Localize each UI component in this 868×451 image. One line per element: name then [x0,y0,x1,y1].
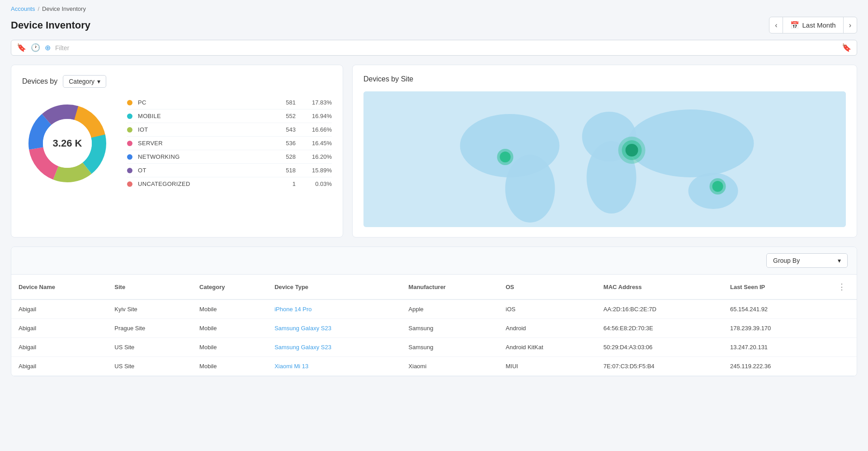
legend-dot [127,181,132,187]
legend-count: 536 [269,140,296,147]
col-ip: Last Seen IP [723,275,827,299]
cell-category: Mobile [192,338,267,357]
cell-manufacturer: Samsung [401,338,499,357]
cell-mac: 50:29:D4:A3:03:06 [596,338,723,357]
cell-ip: 65.154.241.92 [723,299,827,319]
legend-name: PC [138,99,269,106]
cell-manufacturer: Xiaomi [401,357,499,376]
filter-save-button[interactable]: 🔖 [842,43,851,52]
filter-placeholder[interactable]: Filter [55,44,837,52]
legend-dot [127,154,132,160]
legend-row: SERVER 536 16.45% [127,137,332,150]
cell-device-type[interactable]: Samsung Galaxy S23 [267,319,401,338]
legend-dot [127,141,132,146]
cell-device-type[interactable]: Xiaomi Mi 13 [267,357,401,376]
legend-row: NETWORKING 528 16.20% [127,150,332,164]
svg-point-12 [627,109,754,177]
breadcrumb-separator: / [38,5,39,12]
legend-count: 1 [269,180,296,187]
legend-pct: 16.94% [305,113,332,119]
donut-legend-row: 3.26 K PC 581 17.83% MOBILE 552 16.94% I… [22,96,332,190]
legend-pct: 16.45% [305,140,332,147]
charts-row: Devices by Category ▾ [11,65,857,237]
table-row[interactable]: Abigail Prague Site Mobile Samsung Galax… [11,319,857,338]
cell-site: US Site [107,357,192,376]
legend-count: 518 [269,167,296,174]
svg-point-18 [626,144,638,157]
group-by-dropdown[interactable]: Group By ▾ [766,253,848,268]
bookmark-button[interactable]: 🔖 [17,43,26,52]
svg-point-15 [500,152,511,162]
col-manufacturer: Manufacturer [401,275,499,299]
cell-ip: 245.119.222.36 [723,357,827,376]
col-os: OS [499,275,596,299]
cell-os: iOS [499,299,596,319]
legend-row: MOBILE 552 16.94% [127,109,332,123]
legend-dot [127,127,132,133]
table-row[interactable]: Abigail US Site Mobile Samsung Galaxy S2… [11,338,857,357]
col-site: Site [107,275,192,299]
legend-row: IOT 543 16.66% [127,123,332,137]
legend-pct: 16.20% [305,153,332,160]
category-dropdown[interactable]: Category ▾ [63,75,106,88]
breadcrumb-accounts-link[interactable]: Accounts [11,5,35,12]
col-mac: MAC Address [596,275,723,299]
legend-dot [127,100,132,105]
donut-center-label: 3.26 K [53,138,82,149]
col-category: Category [192,275,267,299]
devices-by-site-card: Devices by Site [352,65,857,237]
donut-chart: 3.26 K [22,98,113,189]
cell-os: MIUI [499,357,596,376]
table-header-row: Device Name Site Category Device Type Ma… [11,275,857,299]
legend-dot [127,114,132,119]
cell-site: Kyiv Site [107,299,192,319]
date-label[interactable]: 📅 Last Month [783,17,843,33]
legend-row: UNCATEGORIZED 1 0.03% [127,177,332,190]
table-row[interactable]: Abigail Kyiv Site Mobile iPhone 14 Pro A… [11,299,857,319]
cell-os: Android [499,319,596,338]
legend-name: OT [138,167,269,174]
cell-device-name: Abigail [11,338,107,357]
table-row[interactable]: Abigail US Site Mobile Xiaomi Mi 13 Xiao… [11,357,857,376]
svg-point-20 [712,181,723,192]
table-body: Abigail Kyiv Site Mobile iPhone 14 Pro A… [11,299,857,376]
date-next-button[interactable]: › [844,18,857,33]
device-table: Device Name Site Category Device Type Ma… [11,275,857,376]
cell-ip: 13.247.20.131 [723,338,827,357]
chevron-down-icon: ▾ [97,78,100,85]
date-prev-button[interactable]: ‹ [769,18,783,33]
devices-by-header: Devices by Category ▾ [22,75,332,88]
columns-more-button[interactable]: ⋮ [834,280,849,294]
world-map [363,91,846,227]
cell-site: US Site [107,338,192,357]
legend-count: 581 [269,99,296,106]
cell-mac: AA:2D:16:BC:2E:7D [596,299,723,319]
cell-os: Android KitKat [499,338,596,357]
filter-bar: 🔖 🕐 ⊕ Filter 🔖 [11,40,857,56]
devices-by-site-title: Devices by Site [363,75,846,83]
cell-manufacturer: Samsung [401,319,499,338]
cell-device-type[interactable]: iPhone 14 Pro [267,299,401,319]
legend-row: PC 581 17.83% [127,96,332,109]
legend-name: NETWORKING [138,153,269,160]
cell-mac: 7E:07:C3:D5:F5:B4 [596,357,723,376]
group-by-chevron-icon: ▾ [838,257,841,264]
legend-count: 528 [269,153,296,160]
legend-pct: 17.83% [305,99,332,106]
legend-count: 543 [269,126,296,133]
legend-name: MOBILE [138,113,269,119]
legend-name: UNCATEGORIZED [138,180,269,187]
cell-actions [827,357,857,376]
legend-pct: 16.66% [305,126,332,133]
cell-device-name: Abigail [11,299,107,319]
col-actions: ⋮ [827,275,857,299]
cell-category: Mobile [192,299,267,319]
filter-icon: ⊕ [45,43,51,52]
cell-device-name: Abigail [11,319,107,338]
cell-category: Mobile [192,357,267,376]
cell-actions [827,338,857,357]
devices-by-label: Devices by [22,77,57,85]
legend-table: PC 581 17.83% MOBILE 552 16.94% IOT 543 … [127,96,332,190]
cell-device-type[interactable]: Samsung Galaxy S23 [267,338,401,357]
history-button[interactable]: 🕐 [31,43,40,52]
